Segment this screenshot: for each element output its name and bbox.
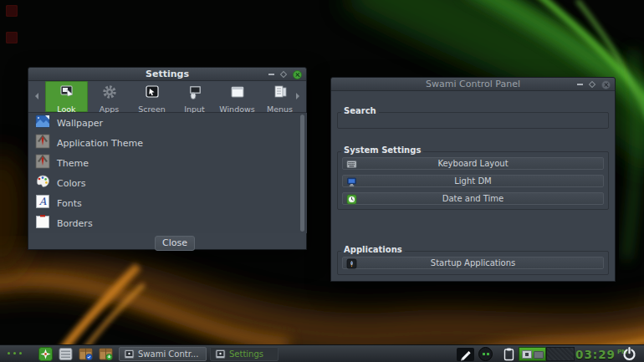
taskbar-button-label: Settings [229, 349, 263, 359]
clock-time: 03:29 [575, 348, 616, 361]
settings-window-title: Settings [28, 69, 306, 79]
settings-window: Settings Look Apps [28, 67, 307, 250]
search-input[interactable]: Search [337, 112, 609, 129]
svg-text:A: A [38, 196, 47, 207]
swami-window-title: Swami Control Panel [331, 79, 615, 89]
button-label: Startup Applications [431, 258, 515, 268]
section-label: System Settings [341, 145, 423, 155]
scrollbar-thumb[interactable] [300, 115, 304, 232]
settings-titlebar[interactable]: Settings [28, 68, 306, 81]
list-item-application-theme[interactable]: Application Theme [29, 133, 307, 153]
settings-footer: Close [28, 233, 306, 251]
taskbar-button-settings[interactable]: Settings [210, 347, 279, 361]
list-item-label: Borders [57, 218, 93, 229]
scrollbar[interactable] [300, 115, 304, 232]
screen-icon [144, 84, 161, 104]
maximize-icon[interactable] [280, 71, 287, 78]
maximize-icon[interactable] [589, 81, 595, 88]
input-devices-icon [187, 84, 203, 104]
window-icon [215, 349, 226, 359]
file-manager-launcher-icon[interactable] [59, 347, 73, 361]
list-item-colors[interactable]: Colors [29, 173, 307, 193]
close-dialog-button[interactable]: Close [155, 236, 195, 251]
package-updater-launcher-icon[interactable] [99, 347, 113, 361]
button-label: Light DM [454, 176, 491, 186]
settings-list: Wallpaper Application Theme Theme Colors [29, 113, 307, 233]
workspace-2[interactable] [546, 347, 575, 361]
swami-control-panel-window: Swami Control Panel Search System Settin… [330, 77, 616, 282]
swami-body: Search System Settings Keyboard Layout L… [331, 91, 615, 283]
button-label: Keyboard Layout [437, 159, 508, 168]
workspace-1-active[interactable] [519, 347, 546, 361]
desktop: Settings Look Apps [0, 0, 644, 362]
list-item-label: Theme [57, 158, 89, 169]
browser-launcher-icon[interactable] [38, 347, 53, 361]
panel-menu-icon[interactable] [8, 352, 22, 354]
taskbar-button-label: Swami Contr... [138, 349, 198, 359]
suit-icon [35, 154, 50, 172]
menus-icon [272, 84, 289, 104]
list-item-label: Colors [57, 178, 85, 189]
mini-window [534, 351, 544, 359]
list-item-label: Wallpaper [57, 118, 103, 129]
gear-icon [101, 84, 118, 104]
list-item-theme[interactable]: Theme [29, 153, 307, 173]
window-icon [229, 84, 246, 104]
list-item-fonts[interactable]: A Fonts [29, 193, 307, 213]
tab-look[interactable]: Look [45, 81, 88, 112]
minimize-icon[interactable] [577, 84, 583, 85]
tab-windows[interactable]: Windows [216, 81, 258, 112]
look-icon [59, 84, 75, 104]
list-item-borders[interactable]: Borders [29, 213, 307, 233]
list-item-wallpaper[interactable]: Wallpaper [29, 113, 307, 133]
search-label: Search [341, 106, 379, 115]
tab-input[interactable]: Input [173, 81, 216, 112]
palette-icon [35, 174, 50, 192]
desktop-icon[interactable] [6, 32, 18, 43]
window-icon [124, 349, 135, 359]
keyboard-icon [346, 159, 357, 171]
clock[interactable]: 03:29 PM [575, 347, 627, 361]
tab-screen[interactable]: Screen [130, 81, 173, 112]
section-label: Applications [341, 245, 405, 254]
clock-icon [346, 194, 357, 206]
tab-menus[interactable]: Menus [258, 81, 301, 112]
button-label: Date and Time [442, 194, 504, 203]
screenshot-pen-icon[interactable] [457, 348, 474, 361]
package-manager-launcher-icon[interactable] [79, 347, 93, 361]
taskbar-button-swami[interactable]: Swami Contr... [119, 347, 207, 361]
desktop-icon[interactable] [6, 5, 18, 17]
clipboard-icon[interactable] [503, 347, 515, 361]
settings-toolbar: Look Apps Screen Input [28, 81, 306, 113]
wallpaper-icon [35, 114, 50, 132]
workspace-switcher[interactable] [519, 347, 575, 361]
display-icon [346, 176, 357, 189]
startup-applications-button[interactable]: Startup Applications [342, 257, 604, 269]
minimize-icon[interactable] [268, 74, 274, 75]
system-monitor-icon[interactable] [478, 347, 493, 361]
borders-icon [35, 214, 50, 232]
keyboard-layout-button[interactable]: Keyboard Layout [342, 157, 604, 170]
tab-apps[interactable]: Apps [88, 81, 130, 112]
swami-titlebar[interactable]: Swami Control Panel [331, 78, 615, 91]
list-item-label: Fonts [57, 198, 82, 209]
mini-window-active [522, 350, 532, 359]
scroll-left-icon[interactable] [32, 93, 38, 99]
date-and-time-button[interactable]: Date and Time [342, 192, 604, 205]
list-item-label: Application Theme [57, 138, 143, 149]
close-window-icon[interactable] [601, 80, 611, 89]
lightdm-button[interactable]: Light DM [342, 175, 604, 187]
taskbar: Swami Contr... Settings 03:29 PM [0, 344, 644, 362]
fonts-icon: A [35, 194, 50, 212]
suit-icon [35, 134, 50, 152]
power-icon[interactable] [622, 347, 636, 361]
applications-section: Applications Startup Applications [337, 251, 609, 275]
system-settings-section: System Settings Keyboard Layout Light DM [337, 151, 609, 210]
close-window-icon[interactable] [293, 70, 302, 79]
startup-icon [346, 258, 357, 271]
